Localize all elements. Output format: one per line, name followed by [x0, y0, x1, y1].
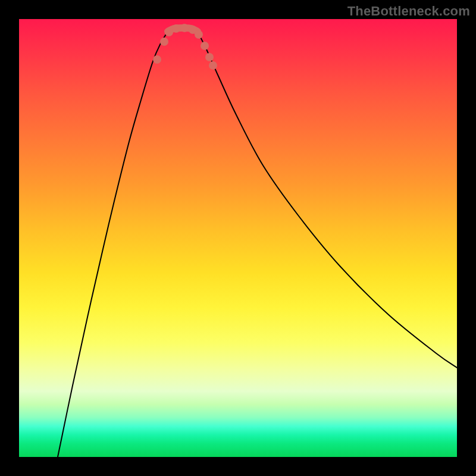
valley-marker: [180, 24, 189, 32]
curve-layer: [19, 19, 457, 457]
valley-marker: [205, 53, 214, 61]
valley-marker: [209, 61, 217, 70]
watermark-text: TheBottleneck.com: [347, 4, 470, 19]
valley-marker: [201, 42, 209, 50]
curve-left-branch: [58, 32, 168, 457]
valley-marker: [172, 24, 180, 33]
valley-markers: [153, 24, 217, 70]
valley-marker: [165, 28, 173, 36]
chart-frame: TheBottleneck.com: [0, 0, 476, 476]
curve-right-branch: [198, 32, 457, 368]
valley-marker: [195, 30, 203, 39]
valley-marker: [160, 37, 168, 46]
plot-area: [19, 19, 457, 457]
valley-marker: [153, 55, 161, 64]
